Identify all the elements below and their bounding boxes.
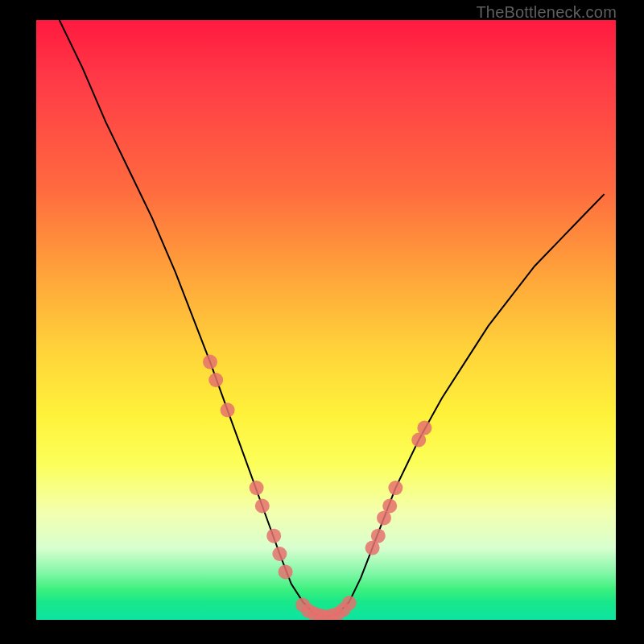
plot-area — [36, 20, 616, 620]
data-marker — [272, 547, 287, 561]
data-marker — [382, 499, 397, 514]
data-marker — [388, 481, 402, 495]
data-marker — [417, 421, 431, 436]
chart-svg — [36, 20, 616, 620]
marker-group — [203, 355, 431, 620]
data-marker — [221, 402, 235, 417]
data-marker — [250, 481, 264, 495]
data-marker — [371, 529, 386, 543]
attribution-text: TheBottleneck.com — [476, 3, 617, 22]
data-marker — [279, 564, 293, 579]
data-marker — [208, 373, 223, 387]
data-marker — [266, 529, 281, 543]
data-marker — [203, 355, 217, 369]
data-marker — [342, 596, 357, 610]
chart-frame: TheBottleneck.com — [0, 0, 644, 644]
data-marker — [255, 499, 270, 514]
bottleneck-curve — [60, 20, 605, 617]
